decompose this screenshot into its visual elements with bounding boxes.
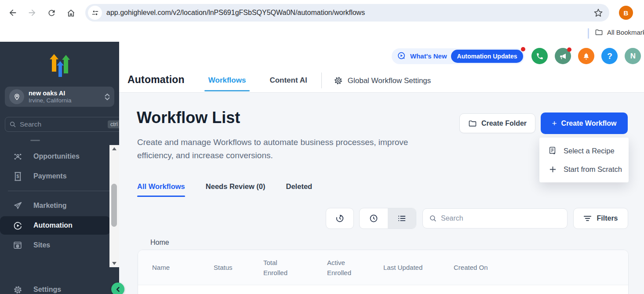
column-header-created-on[interactable]: Created On — [454, 264, 524, 271]
location-switcher[interactable]: new oaks AI Irvine, California — [5, 87, 114, 107]
menu-item-label: Select a Recipe — [564, 147, 615, 155]
main-header: What's New Automation Updates ? N — [119, 42, 644, 93]
workflow-content: Workflow List Create and manage Workflow… — [119, 93, 644, 294]
workflow-table: Name Status Total Enrolled Active Enroll… — [138, 250, 629, 294]
tab-needs-review[interactable]: Needs Review (0) — [206, 182, 266, 197]
sidebar-item-payments[interactable]: $ Payments — [0, 167, 119, 185]
sidebar-item-settings[interactable]: Settings — [0, 280, 119, 294]
sites-icon — [13, 241, 22, 250]
workflow-list-description: Create and manage Workflows to automate … — [137, 136, 445, 162]
bookmarks-bar: All Bookmarks — [0, 25, 644, 42]
sidebar-scrollbar[interactable] — [109, 145, 119, 267]
list-icon — [397, 214, 407, 223]
column-header-label: Active Enrolled — [327, 258, 354, 278]
column-header-name[interactable]: Name — [138, 264, 214, 271]
tab-label: Content AI — [269, 76, 307, 84]
sidebar-item-label: Automation — [33, 221, 73, 229]
whats-new-button[interactable]: What's New Automation Updates — [392, 48, 524, 64]
search-icon — [429, 214, 437, 222]
plus-icon — [548, 166, 557, 173]
browser-reload-icon[interactable] — [44, 5, 59, 20]
history-icon — [335, 214, 345, 223]
create-folder-button[interactable]: Create Folder — [459, 113, 535, 133]
site-info-icon[interactable] — [88, 6, 102, 20]
folder-icon — [595, 28, 603, 36]
menu-item-label: Start from Scratch — [564, 165, 622, 174]
filter-icon — [583, 215, 592, 222]
automation-updates-badge[interactable]: Automation Updates — [451, 50, 524, 63]
automation-icon — [13, 221, 22, 230]
tab-label: Workflows — [208, 76, 246, 84]
filters-button[interactable]: Filters — [573, 208, 628, 229]
sidebar-collapse-button[interactable] — [111, 283, 124, 294]
sidebar-item-label: Marketing — [33, 202, 67, 210]
column-header-status[interactable]: Status — [214, 264, 263, 271]
search-icon — [9, 121, 16, 128]
create-workflow-menu: Select a Recipe Start from Scratch — [539, 138, 629, 182]
global-workflow-settings-label: Global Workflow Settings — [348, 76, 431, 85]
create-workflow-button[interactable]: + Create Workflow — [541, 113, 628, 134]
tab-label: Deleted — [286, 182, 313, 190]
scrollbar-thumb[interactable] — [111, 184, 117, 227]
user-avatar[interactable]: N — [625, 48, 641, 64]
browser-forward-icon[interactable] — [25, 5, 40, 20]
column-header-active-enrolled[interactable]: Active Enrolled — [327, 258, 383, 278]
browser-home-icon[interactable] — [63, 5, 78, 20]
help-button[interactable]: ? — [601, 48, 618, 64]
tab-label: Needs Review (0) — [206, 182, 266, 190]
sidebar-item-sites[interactable]: Sites — [0, 236, 119, 254]
sidebar-item-label: Opportunities — [33, 152, 80, 160]
scrollbar-down-arrow[interactable] — [112, 262, 116, 265]
notifications-button[interactable] — [578, 48, 594, 64]
sidebar-search-input[interactable] — [20, 120, 108, 128]
create-folder-label: Create Folder — [481, 120, 527, 127]
sidebar-item-opportunities[interactable]: Opportunities — [0, 147, 119, 166]
table-toolbar: Filters — [326, 208, 628, 229]
list-view-toggle[interactable] — [388, 208, 416, 229]
scrolled-item-remnant — [30, 140, 40, 141]
gear-icon — [334, 76, 343, 85]
sidebar-item-automation[interactable]: Automation — [0, 216, 110, 235]
folder-icon — [468, 119, 477, 128]
plus-icon: + — [552, 119, 557, 128]
sidebar-nav: Opportunities $ Payments Marketing Autom… — [0, 140, 119, 254]
tab-workflows[interactable]: Workflows — [208, 76, 246, 86]
clock-icon — [369, 214, 378, 223]
sidebar-item-marketing[interactable]: Marketing — [0, 196, 119, 215]
global-workflow-settings-button[interactable]: Global Workflow Settings — [334, 76, 431, 86]
announcements-button[interactable] — [555, 48, 571, 64]
column-header-last-updated[interactable]: Last Updated — [383, 264, 454, 271]
menu-item-select-recipe[interactable]: Select a Recipe — [539, 142, 629, 160]
sidebar-search[interactable]: ctrl K — [5, 117, 128, 132]
tab-all-workflows[interactable]: All Workflows — [137, 182, 185, 197]
breadcrumb-home[interactable]: Home — [150, 239, 169, 247]
location-name: new oaks AI — [29, 90, 105, 97]
enrollment-history-button[interactable] — [326, 208, 354, 229]
menu-item-start-from-scratch[interactable]: Start from Scratch — [539, 160, 629, 178]
address-bar[interactable]: app.gohighlevel.com/v2/location/lnPS691g… — [85, 4, 609, 22]
megaphone-icon — [559, 52, 567, 60]
whats-new-icon — [397, 51, 406, 61]
page-title: Automation — [127, 74, 185, 86]
column-header-total-enrolled[interactable]: Total Enrolled — [263, 258, 327, 278]
tab-content-ai[interactable]: Content AI — [269, 76, 307, 86]
avatar-initial: N — [630, 52, 636, 61]
help-label: ? — [607, 51, 612, 61]
location-switch-chevrons-icon — [105, 94, 110, 100]
pending-view-toggle[interactable] — [360, 208, 388, 229]
scrollbar-up-arrow[interactable] — [112, 147, 116, 150]
tab-deleted[interactable]: Deleted — [286, 182, 313, 197]
column-header-label: Total Enrolled — [263, 258, 291, 278]
workflow-search-input[interactable] — [441, 214, 561, 222]
workflow-search[interactable] — [422, 208, 568, 229]
phone-button[interactable] — [531, 48, 548, 64]
svg-text:$: $ — [16, 174, 19, 179]
bookmark-star-icon[interactable] — [593, 8, 603, 18]
recipe-icon — [548, 146, 557, 155]
gohighlevel-logo — [0, 42, 119, 77]
active-tab-underline — [137, 196, 185, 197]
browser-back-icon[interactable] — [5, 5, 20, 20]
all-bookmarks-button[interactable]: All Bookmarks — [595, 28, 644, 36]
payments-icon: $ — [13, 172, 22, 181]
browser-profile-avatar[interactable]: B — [619, 6, 633, 20]
